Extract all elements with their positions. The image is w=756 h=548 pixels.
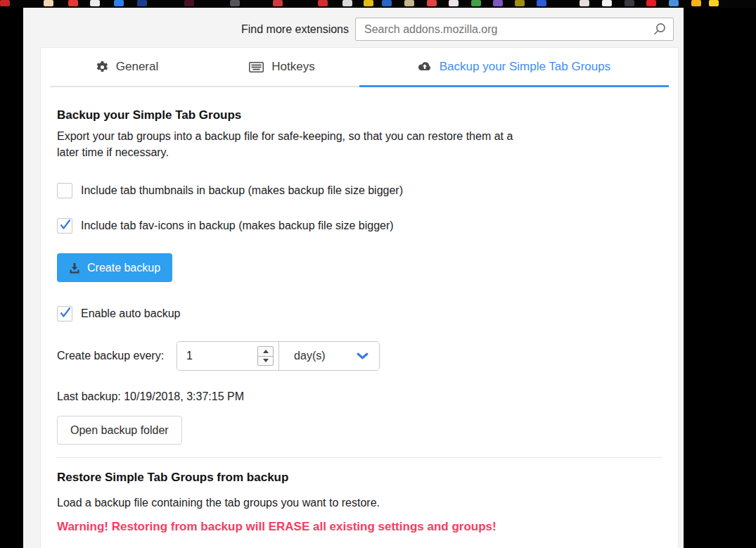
bookmark-favicon-icon[interactable] — [602, 0, 612, 6]
interval-number-wrap — [177, 342, 279, 370]
include-thumbnails-label[interactable]: Include tab thumbnails in backup (makes … — [81, 184, 403, 197]
bookmark-favicon-icon[interactable] — [0, 0, 10, 6]
bookmark-favicon-icon[interactable] — [44, 0, 53, 6]
bookmarks-toolbar — [0, 0, 756, 8]
include-thumbnails-checkbox[interactable] — [57, 183, 72, 198]
bookmark-favicon-icon[interactable] — [382, 0, 392, 6]
spinner-down-button[interactable] — [258, 357, 273, 366]
interval-unit-select[interactable]: day(s) — [279, 342, 379, 370]
addons-search-box — [355, 18, 674, 41]
backup-interval-row: Create backup every: — [57, 341, 662, 371]
auto-backup-row: Enable auto backup — [57, 306, 662, 321]
bookmark-favicon-icon[interactable] — [449, 0, 459, 6]
find-extensions-row: Find more extensions — [241, 18, 674, 41]
cloud-upload-icon — [418, 61, 432, 72]
search-input[interactable] — [364, 23, 647, 36]
search-icon[interactable] — [653, 23, 666, 36]
enable-auto-backup-label[interactable]: Enable auto backup — [81, 307, 180, 320]
bookmark-favicon-icon[interactable] — [184, 0, 194, 6]
open-backup-folder-button[interactable]: Open backup folder — [57, 416, 182, 445]
tab-backup-label: Backup your Simple Tab Groups — [440, 60, 610, 74]
triangle-up-icon — [263, 350, 269, 353]
enable-auto-backup-checkbox[interactable] — [57, 306, 72, 321]
open-backup-folder-label: Open backup folder — [70, 424, 169, 437]
description-line: Export your tab groups into a backup fil… — [57, 128, 662, 144]
interval-unit-value: day(s) — [294, 350, 325, 362]
number-spinner — [257, 346, 274, 366]
bookmark-favicon-icon[interactable] — [273, 0, 283, 6]
options-tabs: General Hotkeys Backup your Simple Tab G… — [50, 48, 669, 87]
bookmark-favicon-icon[interactable] — [646, 0, 656, 6]
backup-section-description: Export your tab groups into a backup fil… — [57, 128, 662, 160]
create-backup-row: Create backup — [57, 234, 662, 282]
backup-interval-label: Create backup every: — [57, 350, 164, 362]
bookmark-favicon-icon[interactable] — [404, 0, 414, 6]
tab-general[interactable]: General — [50, 48, 205, 87]
bookmark-favicon-icon[interactable] — [709, 0, 719, 6]
restore-section-heading: Restore Simple Tab Groups from backup — [57, 471, 662, 485]
checkmark-icon — [58, 305, 72, 319]
backup-section-heading: Backup your Simple Tab Groups — [57, 108, 662, 122]
addons-options-page: Find more extensions General — [23, 8, 684, 548]
tab-hotkeys[interactable]: Hotkeys — [205, 48, 359, 87]
last-backup-text: Last backup: 10/19/2018, 3:37:15 PM — [57, 390, 662, 403]
options-panel: General Hotkeys Backup your Simple Tab G… — [40, 47, 679, 548]
bookmark-favicon-icon[interactable] — [515, 0, 525, 6]
checkmark-icon — [58, 217, 72, 231]
description-line: later time if necessary. — [57, 144, 662, 160]
download-icon — [69, 262, 80, 274]
include-favicons-checkbox[interactable] — [57, 218, 72, 234]
tab-general-label: General — [116, 60, 158, 74]
bookmark-favicon-icon[interactable] — [90, 0, 100, 6]
bookmark-favicon-icon[interactable] — [669, 0, 679, 6]
restore-section-description: Load a backup file containing the tab gr… — [57, 495, 662, 511]
create-backup-button-label: Create backup — [87, 262, 160, 274]
keyboard-icon — [249, 62, 264, 72]
bookmark-favicon-icon[interactable] — [114, 0, 124, 6]
bookmark-favicon-icon[interactable] — [493, 0, 503, 6]
bookmark-favicon-icon[interactable] — [68, 0, 78, 6]
bookmark-favicon-icon[interactable] — [691, 0, 701, 6]
triangle-down-icon — [263, 359, 269, 362]
gear-icon — [96, 61, 108, 73]
restore-warning-text: Warning! Restoring from backup will ERAS… — [57, 519, 662, 535]
bookmark-favicon-icon[interactable] — [230, 0, 240, 6]
include-thumbnails-row: Include tab thumbnails in backup (makes … — [57, 183, 662, 198]
backup-interval-group: day(s) — [177, 341, 380, 371]
section-divider — [57, 457, 662, 458]
bookmark-favicon-icon[interactable] — [537, 0, 546, 6]
find-more-extensions-label: Find more extensions — [241, 23, 349, 36]
spinner-up-button[interactable] — [258, 347, 273, 357]
include-favicons-row: Include tab fav-icons in backup (makes b… — [57, 218, 662, 234]
create-backup-button[interactable]: Create backup — [57, 253, 172, 282]
bookmark-favicon-icon[interactable] — [364, 0, 373, 6]
include-favicons-label[interactable]: Include tab fav-icons in backup (makes b… — [81, 219, 394, 232]
bookmark-favicon-icon[interactable] — [318, 0, 328, 6]
bookmark-favicon-icon[interactable] — [427, 0, 437, 6]
tab-hotkeys-label: Hotkeys — [271, 60, 314, 74]
bookmark-favicon-icon[interactable] — [579, 0, 589, 6]
open-folder-row: Open backup folder — [57, 403, 662, 445]
bookmark-favicon-icon[interactable] — [342, 0, 352, 6]
bookmark-favicon-icon[interactable] — [471, 0, 481, 6]
bookmark-favicon-icon[interactable] — [137, 0, 147, 6]
chevron-down-icon — [357, 352, 369, 360]
tab-backup[interactable]: Backup your Simple Tab Groups — [359, 48, 669, 87]
bookmark-favicon-icon[interactable] — [624, 0, 634, 6]
backup-tab-content: Backup your Simple Tab Groups Export you… — [41, 87, 678, 535]
